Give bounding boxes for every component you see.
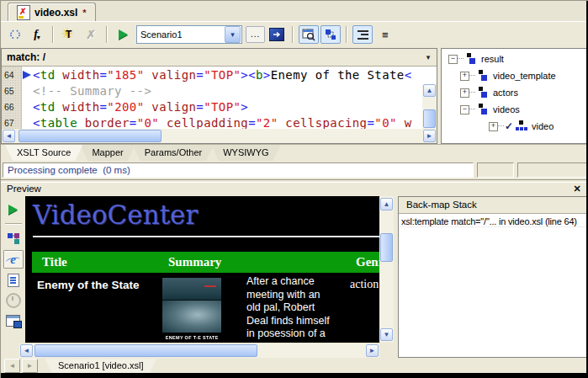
movie-poster-image: ENEMY OF T-E STATE [162, 278, 221, 343]
code-editor[interactable]: 64<td width="185" valign="TOP"><b>Enemy … [2, 67, 437, 130]
collapse-box-icon[interactable]: − [448, 55, 458, 64]
tree-connector [469, 92, 475, 93]
xslt-editor-panel: match: / ▾ 64<td width="185" valign="TOP… [1, 48, 437, 144]
syntax-coloring-button[interactable]: ✳ T [59, 25, 79, 44]
column-header-summary: Summary [168, 255, 221, 269]
preview-vertical-scrollbar[interactable]: ▲ ▼ [379, 196, 394, 343]
mapper-view-button[interactable] [4, 230, 23, 247]
tab-scroll-right-button[interactable]: ► [22, 359, 38, 373]
indent-button[interactable] [352, 25, 373, 44]
disabled-edit-button: ✗ [81, 25, 101, 44]
right-arrow-icon: ► [27, 362, 34, 370]
document-tab-video-xsl[interactable]: video.xsl * [8, 3, 96, 22]
scenario-tab[interactable]: Scenario1 [video.xsl] [45, 359, 157, 374]
code-line-64[interactable]: 64<td width="185" valign="TOP"><b>Enemy … [2, 67, 422, 83]
tree-label: result [481, 54, 504, 64]
preview-page: VideoCenter Title Summary Genre Enemy of… [25, 196, 379, 343]
scenario-combobox[interactable]: Scenario1 ▾ [136, 25, 242, 44]
match-dropdown-button[interactable]: ▾ [421, 51, 435, 64]
toolbar-separator [106, 26, 108, 43]
expand-box-icon[interactable]: + [460, 72, 469, 81]
scroll-down-button[interactable]: ▼ [380, 328, 393, 341]
save-icon [6, 315, 20, 327]
combo-dropdown-button[interactable]: ▾ [225, 26, 241, 43]
tab-scroll-left-button[interactable]: ◄ [4, 359, 20, 373]
scroll-right-button[interactable]: ► [366, 344, 379, 357]
line-number: 66 [4, 99, 14, 115]
scroll-up-button[interactable]: ▲ [423, 84, 436, 97]
column-header-title: Title [42, 255, 67, 269]
scrollbar-thumb[interactable] [34, 344, 257, 357]
summary-line: After a chance [246, 275, 356, 289]
preview-title: Preview [1, 184, 571, 194]
movie-genre-cell: action [350, 278, 379, 291]
insert-function-button[interactable]: f ▾ [27, 25, 47, 44]
left-arrow-icon: ◄ [9, 362, 16, 370]
close-icon[interactable]: ✕ [571, 183, 583, 194]
application-window: video.xsl * f ▾ ✳ T ✗ Scenario1 ▾ [0, 0, 588, 378]
tab-mapper[interactable]: Mapper [80, 145, 135, 161]
browser-preview-button[interactable]: e [3, 250, 24, 269]
tree-item-actors[interactable]: +actors [442, 84, 586, 101]
backmap-toggle-button[interactable] [320, 25, 341, 44]
save-result-button[interactable] [4, 312, 23, 329]
element-icon [477, 70, 489, 82]
scroll-up-button[interactable]: ▲ [380, 198, 393, 210]
document-icon [8, 274, 19, 287]
backmap-entry[interactable]: xsl:template match="/"... in video.xsl (… [399, 214, 586, 227]
scrollbar-thumb[interactable] [423, 109, 436, 128]
tab-xslt-source[interactable]: XSLT Source [5, 145, 82, 161]
code-text: <!-- Summary --> [33, 83, 151, 99]
code-line-65[interactable]: 65<!-- Summary --> [2, 83, 422, 99]
expand-box-icon[interactable]: + [489, 122, 498, 131]
whitespace-button[interactable]: ≡ [374, 25, 395, 44]
tree-item-videos[interactable]: −videos [442, 101, 586, 118]
reformat-button[interactable] [5, 25, 25, 44]
browse-scenario-button[interactable]: ... [246, 26, 265, 43]
editor-horizontal-scrollbar[interactable]: ◄ ► [2, 129, 437, 143]
editor-view-tabs: XSLT SourceMapperParams/OtherWYSIWYG [1, 144, 588, 161]
status-bar: Processing complete (0 ms) [3, 162, 474, 178]
mapper-icon [7, 232, 20, 244]
run-button[interactable] [113, 25, 133, 44]
summary-line: old pal, Robert [246, 301, 356, 315]
expand-box-icon[interactable]: + [460, 88, 469, 98]
editor-vertical-scrollbar[interactable]: ▲ ▼ [422, 84, 437, 130]
tree-item-result[interactable]: −result [442, 51, 586, 67]
scroll-right-button[interactable]: ► [423, 130, 436, 142]
document-tab-label: video.xsl [34, 7, 77, 19]
element-list-icon [516, 120, 527, 132]
preview-window-button[interactable] [299, 25, 319, 44]
scrollbar-thumb[interactable] [19, 130, 162, 142]
preview-run-button[interactable] [4, 201, 23, 218]
preview-horizontal-scrollbar[interactable]: ◄ ► [19, 343, 379, 358]
import-scenario-button[interactable] [267, 25, 287, 44]
chevron-down-icon: ▾ [37, 34, 40, 41]
ie-orbit [5, 256, 20, 264]
backmap-stack-panel: Back-map Stack xsl:template match="/"...… [398, 196, 587, 358]
scroll-left-button[interactable]: ◄ [20, 344, 33, 357]
clock-icon [6, 293, 21, 308]
import-icon [269, 28, 284, 41]
summary-line: in posession of a [246, 327, 356, 341]
collapse-box-icon[interactable]: − [460, 105, 469, 114]
tab-wysiwyg[interactable]: WYSIWYG [211, 145, 280, 161]
text-preview-button[interactable] [4, 272, 23, 289]
scroll-left-button[interactable]: ◄ [3, 130, 15, 142]
template-match-bar[interactable]: match: / ▾ [2, 49, 437, 67]
disabled-edit-icon: ✗ [86, 28, 96, 41]
tab-params-other[interactable]: Params/Other [133, 145, 214, 161]
page-heading: VideoCenter [33, 200, 198, 230]
tree-item-video[interactable]: +✓video [442, 118, 586, 135]
line-number: 65 [4, 83, 14, 99]
scrollbar-thumb[interactable] [380, 233, 393, 262]
tree-connector [458, 58, 464, 60]
movie-summary-cell: After a chancemeeting with anold pal, Ro… [246, 275, 356, 343]
syntax-coloring-icon: ✳ T [61, 27, 77, 42]
code-line-66[interactable]: 66<td width="200" valign="TOP"> [2, 99, 422, 115]
summary-line: disk that contains [246, 341, 356, 343]
tree-item-video-template[interactable]: +video_template [442, 67, 586, 84]
tree-connector [469, 109, 475, 110]
horizontal-rule [33, 236, 379, 237]
toolbar-separator [346, 26, 347, 43]
